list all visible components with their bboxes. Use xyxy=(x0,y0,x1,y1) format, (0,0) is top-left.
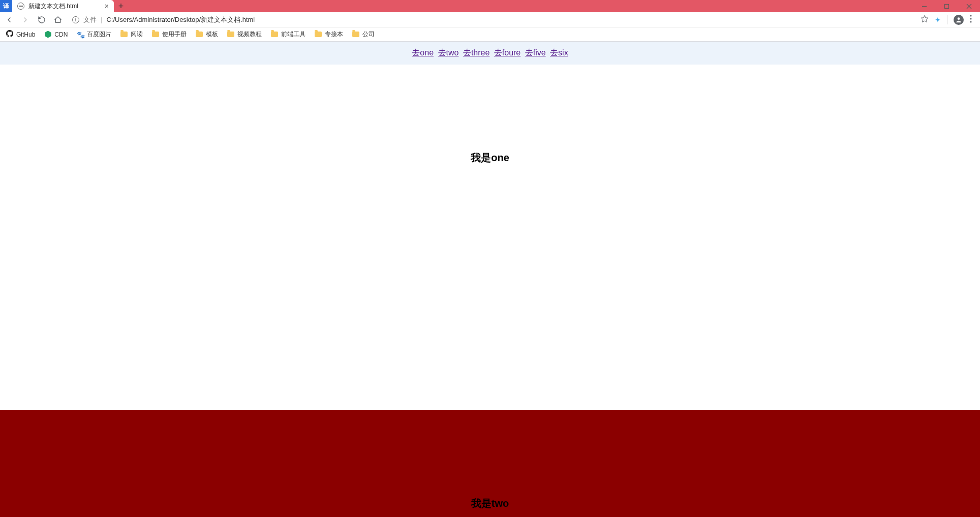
profile-avatar-button[interactable] xyxy=(954,15,964,25)
bookmark-label: 使用手册 xyxy=(162,30,187,39)
extension-icon-translate[interactable]: 译 xyxy=(0,0,12,12)
bookmarks-bar: GitHub CDN 🐾 百度图片 阅读 使用手册 模板 视频教程 前端工具 专… xyxy=(0,27,980,42)
svg-point-7 xyxy=(970,18,971,19)
bookmark-label: 前端工具 xyxy=(281,30,305,39)
svg-point-8 xyxy=(970,21,971,22)
site-info-icon[interactable]: i xyxy=(72,16,79,23)
section-two-heading: 我是two xyxy=(471,497,509,510)
section-one-heading: 我是one xyxy=(471,151,509,165)
folder-icon xyxy=(227,32,234,37)
page-content: 去one 去two 去three 去foure 去five 去six 我是one… xyxy=(0,42,980,517)
section-one: 我是one xyxy=(0,65,980,410)
cdn-icon xyxy=(44,31,51,38)
nav-link-two[interactable]: 去two xyxy=(438,48,459,57)
bookmark-label: 阅读 xyxy=(131,30,143,39)
url-separator: | xyxy=(101,16,102,23)
tab-strip: 译 新建文本文档.html × + xyxy=(0,0,128,12)
nav-link-six[interactable]: 去six xyxy=(550,48,568,57)
url-text: C:/Users/Administrator/Desktop/新建文本文档.ht… xyxy=(106,15,255,24)
bookmark-folder-zhuanjie[interactable]: 专接本 xyxy=(315,30,343,39)
baidu-paw-icon: 🐾 xyxy=(77,31,84,38)
page-nav-links: 去one 去two 去three 去foure 去five 去six xyxy=(0,42,980,65)
tab-close-button[interactable]: × xyxy=(105,3,109,10)
page-viewport[interactable]: 去one 去two 去three 去foure 去five 去six 我是one… xyxy=(0,42,980,517)
new-tab-button[interactable]: + xyxy=(114,0,128,12)
folder-icon xyxy=(352,32,359,37)
back-button[interactable] xyxy=(3,14,15,26)
bookmark-cdn[interactable]: CDN xyxy=(44,31,68,38)
bookmark-folder-company[interactable]: 公司 xyxy=(352,30,375,39)
bookmark-folder-video-tutorials[interactable]: 视频教程 xyxy=(227,30,262,39)
svg-marker-4 xyxy=(921,15,928,22)
window-minimize-button[interactable] xyxy=(913,0,935,12)
folder-icon xyxy=(152,32,159,37)
folder-icon xyxy=(196,32,203,37)
bookmark-github[interactable]: GitHub xyxy=(6,30,35,39)
bookmark-label: 视频教程 xyxy=(237,30,262,39)
forward-button[interactable] xyxy=(19,14,32,26)
bookmark-baidu-images[interactable]: 🐾 百度图片 xyxy=(77,30,111,39)
home-button[interactable] xyxy=(52,14,64,26)
plus-icon: + xyxy=(118,1,124,12)
globe-icon xyxy=(17,3,24,10)
bookmark-folder-frontend-tools[interactable]: 前端工具 xyxy=(271,30,305,39)
folder-icon xyxy=(120,32,128,37)
bookmark-label: 专接本 xyxy=(325,30,343,39)
bookmark-folder-templates[interactable]: 模板 xyxy=(196,30,218,39)
address-bar[interactable]: i 文件 | C:/Users/Administrator/Desktop/新建… xyxy=(68,14,911,26)
bookmark-star-button[interactable] xyxy=(921,15,929,24)
window-maximize-button[interactable] xyxy=(935,0,958,12)
extension-thunder-icon[interactable]: ✦ xyxy=(935,16,941,24)
bookmark-label: GitHub xyxy=(16,31,35,38)
bookmark-folder-read[interactable]: 阅读 xyxy=(120,30,143,39)
toolbar-right-icons: ✦ xyxy=(915,15,977,25)
folder-icon xyxy=(271,32,278,37)
bookmark-label: 公司 xyxy=(362,30,375,39)
browser-menu-button[interactable] xyxy=(970,15,972,24)
nav-link-three[interactable]: 去three xyxy=(463,48,489,57)
nav-link-foure[interactable]: 去foure xyxy=(494,48,520,57)
section-two: 我是two xyxy=(0,410,980,517)
tab-title: 新建文本文档.html xyxy=(28,2,101,11)
bookmark-label: 模板 xyxy=(206,30,218,39)
svg-rect-1 xyxy=(944,4,948,8)
window-close-button[interactable] xyxy=(958,0,980,12)
browser-tab-active[interactable]: 新建文本文档.html × xyxy=(12,0,114,12)
github-icon xyxy=(6,30,13,39)
toolbar-separator xyxy=(947,15,947,24)
window-controls xyxy=(913,0,980,12)
nav-link-one[interactable]: 去one xyxy=(412,48,434,57)
folder-icon xyxy=(315,32,322,37)
bookmark-label: 百度图片 xyxy=(87,30,111,39)
extension-badge-label: 译 xyxy=(3,2,9,11)
svg-point-6 xyxy=(970,15,971,16)
bookmark-folder-manual[interactable]: 使用手册 xyxy=(152,30,187,39)
browser-toolbar: i 文件 | C:/Users/Administrator/Desktop/新建… xyxy=(0,12,980,27)
window-titlebar: 译 新建文本文档.html × + xyxy=(0,0,980,12)
bookmark-label: CDN xyxy=(54,31,68,38)
svg-point-5 xyxy=(958,17,960,20)
reload-button[interactable] xyxy=(36,14,48,26)
nav-link-five[interactable]: 去five xyxy=(525,48,546,57)
url-scheme-label: 文件 xyxy=(83,15,97,24)
